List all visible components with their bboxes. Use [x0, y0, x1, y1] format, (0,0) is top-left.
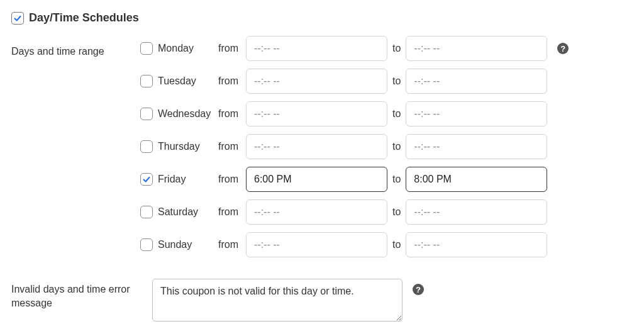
help-icon[interactable]: ?: [413, 284, 424, 295]
day-row-saturday: Saturdayfrom--:-- --to--:-- --: [140, 199, 569, 225]
day-checkbox-friday[interactable]: [140, 173, 153, 186]
to-time-input-sunday[interactable]: --:-- --: [406, 232, 547, 257]
from-label: from: [218, 174, 246, 185]
invalid-message-label: Invalid days and time error message: [11, 279, 152, 311]
to-label: to: [387, 76, 406, 87]
day-row-sunday: Sundayfrom--:-- --to--:-- --: [140, 232, 569, 257]
to-time-input-friday[interactable]: 8:00 PM: [406, 167, 547, 192]
to-label: to: [387, 141, 406, 152]
invalid-message-textarea[interactable]: [152, 279, 402, 322]
day-row-wednesday: Wednesdayfrom--:-- --to--:-- --: [140, 101, 569, 126]
from-label: from: [218, 239, 246, 250]
day-row-friday: Fridayfrom6:00 PMto8:00 PM: [140, 167, 569, 192]
section-title: Day/Time Schedules: [29, 11, 139, 25]
from-time-input-monday[interactable]: --:-- --: [246, 36, 387, 61]
to-time-input-monday[interactable]: --:-- --: [406, 36, 547, 61]
from-label: from: [218, 76, 246, 87]
days-time-range-label: Days and time range: [11, 36, 140, 59]
day-checkbox-tuesday[interactable]: [140, 75, 153, 87]
day-row-tuesday: Tuesdayfrom--:-- --to--:-- --: [140, 69, 569, 94]
to-time-input-thursday[interactable]: --:-- --: [406, 134, 547, 159]
from-label: from: [218, 43, 246, 54]
from-label: from: [218, 108, 246, 120]
days-time-range-row: Days and time range Mondayfrom--:-- --to…: [11, 36, 633, 257]
from-time-input-saturday[interactable]: --:-- --: [246, 199, 387, 225]
day-checkbox-wednesday[interactable]: [140, 108, 153, 120]
day-checkbox-thursday[interactable]: [140, 140, 153, 153]
from-time-input-friday[interactable]: 6:00 PM: [246, 167, 387, 192]
days-container: Mondayfrom--:-- --to--:-- --?Tuesdayfrom…: [140, 36, 569, 257]
day-checkbox-saturday[interactable]: [140, 206, 153, 218]
from-time-input-thursday[interactable]: --:-- --: [246, 134, 387, 159]
from-time-input-sunday[interactable]: --:-- --: [246, 232, 387, 257]
from-label: from: [218, 206, 246, 218]
day-label: Wednesday: [153, 108, 218, 120]
day-row-monday: Mondayfrom--:-- --to--:-- --?: [140, 36, 569, 61]
day-checkbox-monday[interactable]: [140, 42, 153, 55]
from-label: from: [218, 141, 246, 152]
to-label: to: [387, 206, 406, 218]
day-label: Thursday: [153, 141, 218, 152]
to-time-input-saturday[interactable]: --:-- --: [406, 199, 547, 225]
to-label: to: [387, 108, 406, 120]
day-label: Tuesday: [153, 76, 218, 87]
to-time-input-wednesday[interactable]: --:-- --: [406, 101, 547, 126]
from-time-input-tuesday[interactable]: --:-- --: [246, 69, 387, 94]
day-row-thursday: Thursdayfrom--:-- --to--:-- --: [140, 134, 569, 159]
section-header: Day/Time Schedules: [11, 11, 633, 25]
to-time-input-tuesday[interactable]: --:-- --: [406, 69, 547, 94]
to-label: to: [387, 43, 406, 54]
section-enable-checkbox[interactable]: [11, 12, 24, 25]
from-time-input-wednesday[interactable]: --:-- --: [246, 101, 387, 126]
to-label: to: [387, 174, 406, 185]
help-icon[interactable]: ?: [557, 43, 569, 54]
to-label: to: [387, 239, 406, 250]
day-label: Monday: [153, 43, 218, 54]
invalid-message-row: Invalid days and time error message ?: [11, 279, 633, 322]
day-checkbox-sunday[interactable]: [140, 238, 153, 251]
day-label: Sunday: [153, 239, 218, 250]
day-label: Friday: [153, 174, 218, 185]
day-label: Saturday: [153, 206, 218, 218]
